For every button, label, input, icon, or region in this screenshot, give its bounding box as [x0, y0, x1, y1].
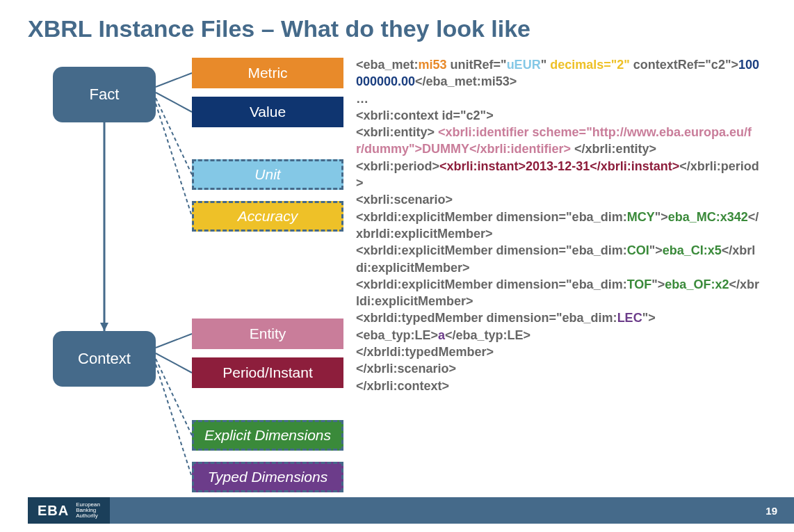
svg-line-9 [156, 364, 192, 477]
svg-line-3 [156, 92, 192, 112]
node-period: Period/Instant [192, 357, 343, 388]
svg-line-7 [156, 353, 192, 373]
node-accuracy: Accuracy [192, 201, 343, 232]
node-typed-dimensions: Typed Dimensions [192, 462, 343, 492]
eba-logo: EBA European Banking Authority [28, 497, 110, 524]
node-explicit-dimensions: Explicit Dimensions [192, 420, 343, 451]
node-value: Value [192, 97, 343, 127]
svg-line-8 [156, 359, 192, 435]
node-unit: Unit [192, 159, 343, 190]
diagram-area: Fact Metric Value Unit Accuracy Context … [28, 56, 348, 501]
svg-line-4 [156, 98, 192, 175]
svg-line-2 [156, 73, 192, 87]
slide-footer: EBA European Banking Authority 19 [28, 497, 794, 524]
node-fact: Fact [53, 67, 156, 122]
slide-title: XBRL Instance Files – What do they look … [28, 15, 766, 42]
node-entity: Entity [192, 319, 343, 349]
node-context: Context [53, 331, 156, 387]
page-number: 19 [765, 505, 794, 517]
node-metric: Metric [192, 58, 343, 88]
xml-code-block: <eba_met:mi53 unitRef="uEUR" decimals="2… [356, 56, 766, 501]
svg-line-5 [156, 104, 192, 216]
svg-line-6 [156, 334, 192, 348]
svg-marker-1 [100, 323, 108, 331]
